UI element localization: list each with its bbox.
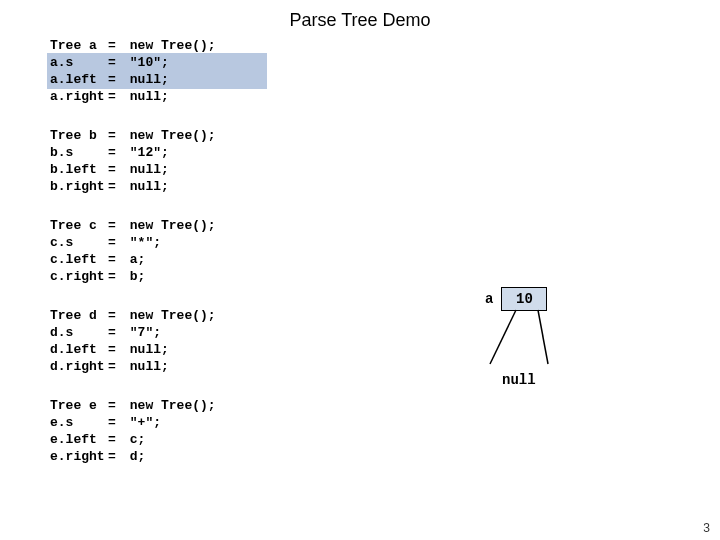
code-line: d.s= "7"; <box>50 324 310 341</box>
code-line: d.right= null; <box>50 358 310 375</box>
svg-line-1 <box>538 310 548 364</box>
code-line: a.s= "10"; <box>50 54 310 71</box>
code-line: c.right= b; <box>50 268 310 285</box>
null-label: null <box>502 372 536 388</box>
code-block: Tree d= new Tree();d.s= "7";d.left= null… <box>50 307 310 375</box>
code-line: e.s= "+"; <box>50 414 310 431</box>
content-area: Tree a= new Tree();a.s= "10";a.left= nul… <box>0 37 720 487</box>
code-line: b.left= null; <box>50 161 310 178</box>
code-column: Tree a= new Tree();a.s= "10";a.left= nul… <box>50 37 310 487</box>
code-block: Tree a= new Tree();a.s= "10";a.left= nul… <box>50 37 310 105</box>
code-block: Tree b= new Tree();b.s= "12";b.left= nul… <box>50 127 310 195</box>
code-line: Tree e= new Tree(); <box>50 397 310 414</box>
code-line: Tree c= new Tree(); <box>50 217 310 234</box>
code-line: e.right= d; <box>50 448 310 465</box>
code-block: Tree c= new Tree();c.s= "*";c.left= a;c.… <box>50 217 310 285</box>
code-line: c.left= a; <box>50 251 310 268</box>
code-line: d.left= null; <box>50 341 310 358</box>
code-line: a.right= null; <box>50 88 310 105</box>
page-number: 3 <box>703 521 710 535</box>
code-line: Tree b= new Tree(); <box>50 127 310 144</box>
code-line: a.left= null; <box>50 71 310 88</box>
code-block: Tree e= new Tree();e.s= "+";e.left= c;e.… <box>50 397 310 465</box>
tree-edges <box>460 282 660 412</box>
code-line: Tree a= new Tree(); <box>50 37 310 54</box>
slide-title: Parse Tree Demo <box>0 0 720 37</box>
code-line: e.left= c; <box>50 431 310 448</box>
code-line: b.right= null; <box>50 178 310 195</box>
svg-line-0 <box>490 310 516 364</box>
code-line: b.s= "12"; <box>50 144 310 161</box>
code-line: c.s= "*"; <box>50 234 310 251</box>
code-line: Tree d= new Tree(); <box>50 307 310 324</box>
tree-diagram: a 10 null <box>460 282 690 442</box>
